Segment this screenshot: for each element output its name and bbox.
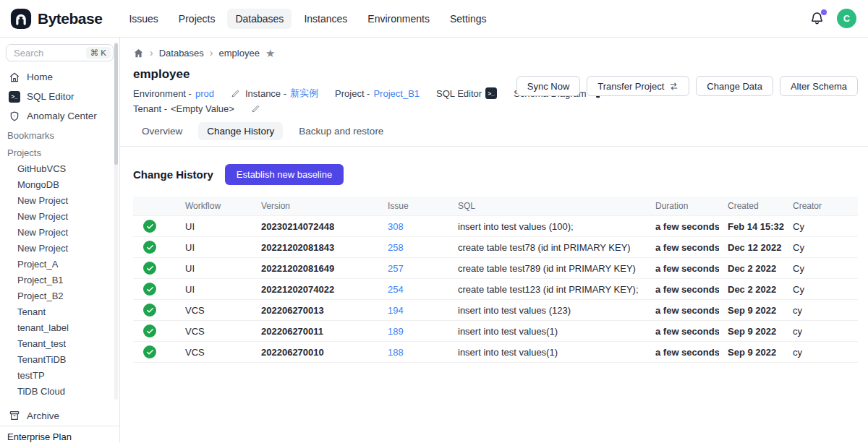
shield-icon — [9, 111, 20, 122]
edit-pencil-icon[interactable] — [251, 104, 260, 113]
nav-item-projects[interactable]: Projects — [171, 9, 224, 29]
change-data-button[interactable]: Change Data — [696, 76, 773, 96]
issue-link[interactable]: 308 — [388, 221, 404, 232]
sidebar-project-project-b1-7[interactable]: Project_B1 — [6, 272, 114, 288]
tab-change-history[interactable]: Change History — [198, 122, 283, 140]
establish-baseline-button[interactable]: Establish new baseline — [225, 164, 344, 185]
bytebase-logo[interactable]: Bytebase — [10, 8, 102, 30]
nav-item-issues[interactable]: Issues — [121, 9, 166, 29]
archive-icon — [9, 410, 20, 421]
cell-sql: create table test123 (id int PRIMARY KEY… — [449, 279, 647, 300]
nav-item-databases[interactable]: Databases — [227, 9, 292, 29]
success-check-icon — [143, 283, 156, 296]
sidebar-item-anomaly-center[interactable]: Anomaly Center — [6, 106, 114, 126]
sidebar-item-archive[interactable]: Archive — [6, 406, 114, 425]
sidebar-project-tidb-cloud-14[interactable]: TiDB Cloud — [6, 383, 114, 399]
archive-label: Archive — [27, 410, 59, 421]
cell-workflow: VCS — [176, 321, 252, 342]
sidebar-item-sql-editor[interactable]: >_ SQL Editor — [6, 87, 114, 106]
table-row[interactable]: UI20221202081649257create table test789 … — [133, 258, 858, 279]
favorite-star-icon[interactable]: ★ — [265, 48, 275, 59]
search-input[interactable]: Search ⌘ K — [6, 44, 114, 61]
breadcrumb-employee[interactable]: employee — [219, 48, 260, 59]
sidebar-project-mongodb-1[interactable]: MongoDB — [6, 176, 114, 192]
tenant-label: Tenant - — [133, 103, 167, 114]
sql-editor-link[interactable]: SQL Editor >_ — [436, 87, 497, 99]
sidebar-project-tenant-9[interactable]: Tenant — [6, 304, 114, 319]
edit-pencil-icon[interactable] — [231, 89, 240, 98]
sidebar-project-githubvcs-0[interactable]: GitHubVCS — [6, 160, 114, 176]
col-header-creator: Creator — [784, 197, 858, 216]
sidebar-menu: Home >_ SQL Editor Anomaly Center — [6, 67, 114, 126]
sidebar-project-testtp-13[interactable]: testTP — [6, 367, 114, 383]
cell-sql: create table test78 (id int PRIMARY KEY) — [449, 237, 647, 258]
sync-now-button[interactable]: Sync Now — [516, 76, 581, 96]
environment-link[interactable]: prod — [195, 88, 214, 99]
table-row[interactable]: UI20221202081843258create table test78 (… — [133, 237, 858, 258]
cell-sql: insert into test values(1) — [449, 321, 647, 342]
cell-created: Dec 2 2022 — [719, 279, 784, 300]
cell-duration: a few seconds — [647, 216, 719, 237]
cell-duration: a few seconds — [647, 342, 719, 363]
sidebar-project-new-project-4[interactable]: New Project — [6, 224, 114, 240]
issue-link[interactable]: 258 — [388, 242, 404, 253]
col-header-duration: Duration — [647, 197, 719, 216]
cell-duration: a few seconds — [647, 300, 719, 321]
cell-workflow: UI — [176, 216, 252, 237]
sidebar-project-new-project-2[interactable]: New Project — [6, 192, 114, 208]
transfer-project-button[interactable]: Transfer Project — [587, 76, 689, 96]
project-link[interactable]: Project_B1 — [373, 88, 420, 99]
issue-link[interactable]: 188 — [388, 347, 404, 358]
issue-link[interactable]: 194 — [388, 305, 404, 316]
sidebar-project-project-a-6[interactable]: Project_A — [6, 256, 114, 272]
issue-link[interactable]: 254 — [388, 284, 404, 295]
cell-status — [133, 237, 176, 258]
cell-creator: cy — [784, 321, 858, 342]
sidebar-project-new-project-3[interactable]: New Project — [6, 208, 114, 224]
table-row[interactable]: UI20230214072448308insert into test valu… — [133, 216, 858, 237]
project-label: Project - — [335, 88, 370, 99]
table-row[interactable]: VCS202206270013194insert into test value… — [133, 300, 858, 321]
nav-item-instances[interactable]: Instances — [296, 9, 355, 29]
breadcrumb-databases[interactable]: Databases — [159, 48, 204, 59]
breadcrumb-separator: › — [210, 47, 213, 59]
table-row[interactable]: VCS202206270011189insert into test value… — [133, 321, 858, 342]
nav-item-settings[interactable]: Settings — [442, 9, 495, 29]
terminal-icon: >_ — [485, 87, 497, 99]
sidebar-item-label: Home — [27, 72, 53, 82]
sidebar-project-tenant-test-11[interactable]: Tenant_test — [6, 335, 114, 351]
tab-overview[interactable]: Overview — [133, 122, 191, 140]
sidebar-project-project-b2-8[interactable]: Project_B2 — [6, 288, 114, 304]
issue-link[interactable]: 257 — [388, 263, 404, 274]
success-check-icon — [143, 345, 156, 358]
nav-item-environments[interactable]: Environments — [359, 9, 438, 29]
sidebar-project-tenanttidb-12[interactable]: TenantTiDB — [6, 351, 114, 367]
col-header-workflow: Workflow — [176, 197, 252, 216]
sidebar: Search ⌘ K Home >_ SQL Editor Anomaly Ce… — [0, 38, 120, 442]
sidebar-project-new-project-5[interactable]: New Project — [6, 240, 114, 256]
issue-link[interactable]: 189 — [388, 326, 404, 337]
tab-backup-and-restore[interactable]: Backup and restore — [290, 122, 392, 140]
table-row[interactable]: VCS202206270010188insert into test value… — [133, 342, 858, 363]
breadcrumb-home-icon[interactable] — [133, 48, 144, 59]
bytebase-logo-icon — [10, 8, 32, 30]
sidebar-projects-list: GitHubVCSMongoDBNew ProjectNew ProjectNe… — [6, 160, 114, 399]
notification-bell-icon[interactable] — [809, 11, 825, 27]
cell-issue: 308 — [379, 216, 449, 237]
cell-version: 202206270011 — [252, 321, 379, 342]
terminal-icon: >_ — [9, 91, 20, 103]
sidebar-project-tenant-label-10[interactable]: tenant_label — [6, 319, 114, 335]
cell-status — [133, 258, 176, 279]
sidebar-item-home[interactable]: Home — [6, 67, 114, 87]
col-header-issue: Issue — [379, 197, 449, 216]
instance-link[interactable]: 新实例 — [290, 87, 318, 100]
alter-schema-button[interactable]: Alter Schema — [780, 76, 858, 96]
table-body: UI20230214072448308insert into test valu… — [133, 216, 858, 363]
sidebar-scrollbar-thumb[interactable] — [114, 43, 118, 165]
table-header-row: WorkflowVersionIssueSQLDurationCreatedCr… — [133, 197, 858, 216]
cell-duration: a few seconds — [647, 279, 719, 300]
cell-created: Sep 9 2022 — [719, 300, 784, 321]
user-avatar[interactable]: C — [837, 9, 856, 28]
success-check-icon — [143, 262, 156, 275]
table-row[interactable]: UI20221202074022254create table test123 … — [133, 279, 858, 300]
